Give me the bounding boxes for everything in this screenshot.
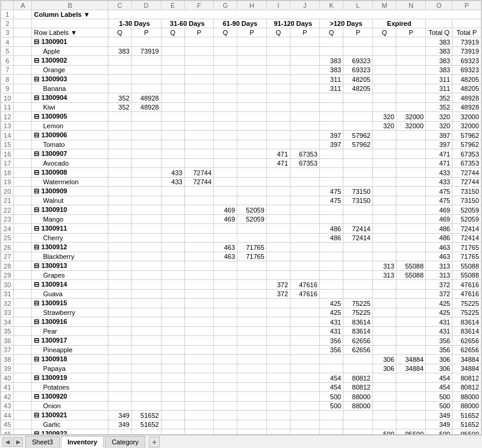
cell-e-15 — [161, 140, 184, 149]
tab-navigation: ◀ ▶ — [2, 437, 23, 447]
row-label-26[interactable]: ⊟ 1300912 — [32, 243, 108, 252]
col-k-header[interactable]: K — [319, 1, 343, 10]
cell-c-36 — [108, 336, 131, 346]
col-c-header[interactable]: C — [108, 1, 131, 10]
cell-l-22 — [343, 205, 373, 215]
cell-k-29 — [319, 271, 343, 280]
row-label-44[interactable]: ⊟ 1300921 — [32, 411, 108, 420]
col-b-header[interactable]: B — [32, 1, 108, 10]
col-g-header[interactable]: G — [214, 1, 237, 10]
row-label-36[interactable]: ⊟ 1300917 — [32, 336, 108, 346]
cell-j-43 — [290, 402, 320, 411]
cell-n-6 — [396, 56, 426, 66]
sheet-tab-inventory[interactable]: Inventory — [61, 436, 104, 448]
row-label-42[interactable]: ⊟ 1300920 — [32, 392, 108, 402]
row-num-16: 16 — [1, 149, 14, 159]
cell-d-42 — [131, 392, 161, 402]
cell-p-35: 83614 — [452, 327, 481, 336]
row-label-28[interactable]: ⊟ 1300913 — [32, 261, 108, 271]
cell-h-34 — [237, 317, 267, 327]
tab-next-btn[interactable]: ▶ — [13, 437, 23, 447]
col-i-header[interactable]: I — [266, 1, 290, 10]
col-m-header[interactable]: M — [372, 1, 396, 10]
cell-c-20 — [108, 187, 131, 196]
row-label-38[interactable]: ⊟ 1300918 — [32, 355, 108, 364]
cell-m-19 — [372, 178, 396, 187]
row-labels-header[interactable]: Row Labels ▼ — [32, 28, 108, 37]
cell-n-15 — [396, 140, 426, 149]
row-num-40: 40 — [1, 373, 14, 383]
row-num-5: 5 — [1, 47, 14, 56]
col-f-header[interactable]: F — [184, 1, 213, 10]
col-p-header[interactable]: P — [452, 1, 481, 10]
cell-p-32: 75225 — [452, 299, 481, 308]
row-label-16[interactable]: ⊟ 1300907 — [32, 149, 108, 159]
cell-i-26 — [266, 243, 290, 252]
cell-p-9: 48205 — [452, 84, 481, 93]
cell-p-28: 55088 — [452, 261, 481, 271]
cell-d-16 — [131, 149, 161, 159]
col-j-header[interactable]: J — [290, 1, 320, 10]
cell-i-42 — [266, 392, 290, 402]
col-e-header[interactable]: E — [161, 1, 184, 10]
col-h-header[interactable]: H — [237, 1, 267, 10]
col-a-22 — [14, 205, 32, 215]
row-label-6[interactable]: ⊟ 1300902 — [32, 56, 108, 66]
col-a-14 — [14, 131, 32, 140]
row-label-14[interactable]: ⊟ 1300906 — [32, 131, 108, 140]
cell-g-7 — [214, 66, 237, 75]
row-label-30[interactable]: ⊟ 1300914 — [32, 280, 108, 290]
cell-i-21 — [266, 196, 290, 205]
cell-m-8 — [372, 75, 396, 84]
cell-h-29 — [237, 271, 267, 280]
cell-h-38 — [237, 355, 267, 364]
row-label-32[interactable]: ⊟ 1300915 — [32, 299, 108, 308]
col-labels-cell[interactable]: Column Labels ▼ — [32, 10, 108, 19]
sheet-area[interactable]: A B C D E F G H I J K L M N O P — [0, 0, 482, 435]
cell-g-14 — [214, 131, 237, 140]
row-label-46[interactable]: ⊟ 1300922 — [32, 429, 108, 435]
row-label-4[interactable]: ⊟ 1300901 — [32, 37, 108, 47]
cell-i-8 — [266, 75, 290, 84]
row-label-12[interactable]: ⊟ 1300905 — [32, 112, 108, 122]
cell-p-41: 80812 — [452, 383, 481, 392]
sheet-tab-category[interactable]: Category — [105, 436, 145, 448]
cell-o-19: 433 — [426, 178, 452, 187]
row-label-40[interactable]: ⊟ 1300919 — [32, 373, 108, 383]
cell-j-44 — [290, 411, 320, 420]
cell-e-8 — [161, 75, 184, 84]
row-label-10[interactable]: ⊟ 1300904 — [32, 93, 108, 103]
cell-j-24 — [290, 224, 320, 234]
cell-l-13 — [343, 122, 373, 131]
row-label-24[interactable]: ⊟ 1300911 — [32, 224, 108, 234]
tab-bar: ◀ ▶ Sheet3 Inventory Category + — [0, 435, 482, 448]
cell-h-36 — [237, 336, 267, 346]
cell-c-17 — [108, 159, 131, 168]
row-num-42: 42 — [1, 392, 14, 402]
row-label-22[interactable]: ⊟ 1300910 — [32, 205, 108, 215]
col-d-header[interactable]: D — [131, 1, 161, 10]
col-a-header[interactable]: A — [14, 1, 32, 10]
col-n-header[interactable]: N — [396, 1, 426, 10]
row-num-25: 25 — [1, 234, 14, 243]
add-sheet-btn[interactable]: + — [149, 437, 160, 447]
col-l-header[interactable]: L — [343, 1, 373, 10]
qp-k: Q — [319, 28, 343, 37]
row-label-8[interactable]: ⊟ 1300903 — [32, 75, 108, 84]
cell-d-20 — [131, 187, 161, 196]
cell-o-35: 431 — [426, 327, 452, 336]
col-o-header[interactable]: O — [426, 1, 452, 10]
tab-prev-btn[interactable]: ◀ — [2, 437, 12, 447]
row-label-20[interactable]: ⊟ 1300909 — [32, 187, 108, 196]
cell-i-15 — [266, 140, 290, 149]
table-row: 29Grapes3135508831355088 — [1, 271, 481, 280]
cell-j-41 — [290, 383, 320, 392]
cell-d-14 — [131, 131, 161, 140]
cell-h-31 — [237, 290, 267, 299]
cell-n-27 — [396, 252, 426, 261]
row-label-18[interactable]: ⊟ 1300908 — [32, 168, 108, 178]
sheet-tab-sheet3[interactable]: Sheet3 — [25, 436, 60, 448]
cell-o-29: 313 — [426, 271, 452, 280]
cell-d-36 — [131, 336, 161, 346]
row-label-34[interactable]: ⊟ 1300916 — [32, 317, 108, 327]
